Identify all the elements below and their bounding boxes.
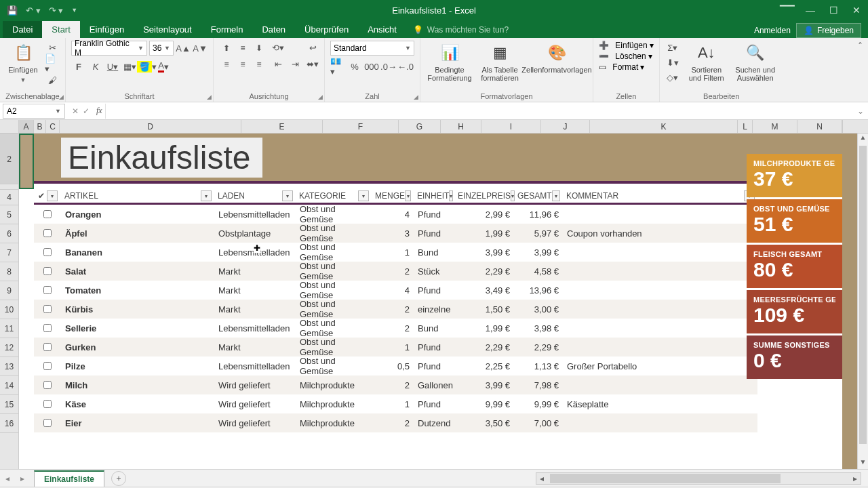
cell-laden[interactable]: Markt: [214, 281, 296, 300]
cell-artikel[interactable]: Milch: [61, 375, 214, 394]
cell-einheit[interactable]: einzelne: [414, 300, 454, 319]
cell-artikel[interactable]: Kürbis: [61, 300, 214, 319]
redo-icon[interactable]: ↷ ▾: [49, 5, 64, 16]
cell-gesamt[interactable]: 3,98 €: [514, 319, 563, 338]
table-row[interactable]: TomatenMarktObst und Gemüse4Pfund3,49 €1…: [34, 281, 757, 300]
maximize-icon[interactable]: ☐: [822, 0, 845, 20]
accounting-icon[interactable]: 💶▾: [330, 60, 345, 73]
align-center-icon[interactable]: ≡: [235, 57, 250, 72]
cell-einheit[interactable]: Pfund: [414, 357, 454, 375]
tab-einfügen[interactable]: Einfügen: [80, 21, 134, 38]
cell-menge[interactable]: 1: [372, 394, 414, 413]
cell-kommentar[interactable]: [563, 300, 757, 319]
row-header-16[interactable]: 16: [0, 414, 18, 433]
cell-kategorie[interactable]: Obst und Gemüse: [296, 262, 372, 281]
table-row[interactable]: EierWird geliefertMilchprodukte2Dutzend3…: [34, 413, 757, 432]
align-middle-icon[interactable]: ≡: [235, 41, 250, 56]
tab-nav-prev-icon[interactable]: ◂: [0, 474, 15, 483]
cell-laden[interactable]: Lebensmittelladen: [214, 243, 296, 262]
decrease-decimal-icon[interactable]: ←.0: [398, 60, 413, 73]
scroll-down-icon[interactable]: ▼: [858, 458, 868, 469]
cell-menge[interactable]: 2: [372, 375, 414, 394]
done-checkbox[interactable]: [34, 319, 61, 338]
done-checkbox[interactable]: [34, 357, 61, 375]
cell-einheit[interactable]: Pfund: [414, 205, 454, 224]
cell-einzelpreis[interactable]: 2,25 €: [454, 357, 514, 375]
cell-laden[interactable]: Markt: [214, 300, 296, 319]
cell-kommentar[interactable]: [563, 205, 757, 224]
save-icon[interactable]: 💾: [7, 5, 18, 16]
tab-daten[interactable]: Daten: [252, 21, 295, 38]
cell-kategorie[interactable]: Milchprodukte: [296, 375, 372, 394]
done-checkbox[interactable]: [34, 224, 61, 243]
col-header-B[interactable]: B: [34, 120, 46, 133]
col-header-H[interactable]: H: [441, 120, 481, 133]
cell-menge[interactable]: 2: [372, 300, 414, 319]
row-header-12[interactable]: 12: [0, 338, 18, 357]
cell-gesamt[interactable]: 3,99 €: [514, 243, 563, 262]
format-painter-icon[interactable]: 🖌: [45, 73, 60, 87]
row-header-13[interactable]: 13: [0, 357, 18, 376]
enter-formula-icon[interactable]: ✓: [83, 106, 90, 116]
cell-menge[interactable]: 3: [372, 224, 414, 243]
done-checkbox[interactable]: [34, 262, 61, 281]
vertical-scrollbar[interactable]: ▲ ▼: [857, 134, 868, 469]
font-size-select[interactable]: 36▼: [149, 41, 174, 56]
align-right-icon[interactable]: ≡: [252, 57, 267, 72]
expand-formula-icon[interactable]: ⌄: [853, 106, 868, 116]
fx-icon[interactable]: fx: [94, 106, 105, 116]
cell-laden[interactable]: Markt: [214, 262, 296, 281]
borders-icon[interactable]: ▦▾: [122, 60, 137, 73]
done-checkbox[interactable]: [34, 413, 61, 432]
cell-einheit[interactable]: Pfund: [414, 224, 454, 243]
row-header-14[interactable]: 14: [0, 376, 18, 395]
scroll-up-icon[interactable]: ▲: [858, 134, 868, 144]
cell-kategorie[interactable]: Obst und Gemüse: [296, 224, 372, 243]
col-header-J[interactable]: J: [541, 120, 590, 133]
increase-indent-icon[interactable]: ⇥: [288, 57, 302, 70]
done-checkbox[interactable]: [34, 300, 61, 319]
row-header-9[interactable]: 9: [0, 281, 18, 300]
cell-laden[interactable]: Wird geliefert: [214, 375, 296, 394]
wrap-text-icon[interactable]: ↩: [307, 41, 319, 54]
cell-kategorie[interactable]: Obst und Gemüse: [296, 319, 372, 338]
cell-einzelpreis[interactable]: 3,50 €: [454, 413, 514, 432]
col-header-I[interactable]: I: [481, 120, 541, 133]
table-row[interactable]: KäseWird geliefertMilchprodukte1Pfund9,9…: [34, 394, 757, 413]
cell-kategorie[interactable]: Obst und Gemüse: [296, 243, 372, 262]
cell-artikel[interactable]: Salat: [61, 262, 214, 281]
col-header-G[interactable]: G: [399, 120, 441, 133]
undo-icon[interactable]: ↶ ▾: [26, 5, 41, 16]
col-header-C[interactable]: C: [46, 120, 60, 133]
row-header-8[interactable]: 8: [0, 262, 18, 281]
row-header-11[interactable]: 11: [0, 319, 18, 338]
number-launcher-icon[interactable]: ◢: [414, 94, 418, 100]
done-checkbox[interactable]: [34, 281, 61, 300]
filter-icon[interactable]: ▾: [449, 190, 453, 201]
cell-gesamt[interactable]: 2,29 €: [514, 338, 563, 357]
cell-einzelpreis[interactable]: 2,99 €: [454, 205, 514, 224]
cell-artikel[interactable]: Orangen: [61, 205, 214, 224]
font-color-icon[interactable]: A▾: [156, 60, 171, 73]
clear-icon[interactable]: ◇▾: [665, 70, 680, 84]
cell-einzelpreis[interactable]: 1,99 €: [454, 224, 514, 243]
cell-menge[interactable]: 0,5: [372, 357, 414, 375]
cell-artikel[interactable]: Pilze: [61, 357, 214, 375]
add-sheet-icon[interactable]: +: [111, 471, 126, 486]
tab-start[interactable]: Start: [42, 21, 79, 38]
cell-kommentar[interactable]: Coupon vorhanden: [563, 224, 757, 243]
comma-icon[interactable]: 000: [364, 60, 379, 73]
minimize-icon[interactable]: —: [799, 0, 822, 20]
row-header-15[interactable]: 15: [0, 395, 18, 414]
row-header-7[interactable]: 7: [0, 243, 18, 262]
cell-kommentar[interactable]: [563, 243, 757, 262]
cell-kommentar[interactable]: [563, 338, 757, 357]
tellme-search[interactable]: 💡 Was möchten Sie tun?: [406, 22, 515, 38]
fill-color-icon[interactable]: 🪣▾: [139, 60, 154, 73]
cell-menge[interactable]: 2: [372, 413, 414, 432]
row-header-2[interactable]: 2: [0, 134, 18, 184]
table-row[interactable]: SalatMarktObst und Gemüse2Stück2,29 €4,5…: [34, 262, 757, 281]
cell-gesamt[interactable]: 13,96 €: [514, 281, 563, 300]
number-format-select[interactable]: Standard▼: [330, 41, 414, 56]
cell-gesamt[interactable]: 11,96 €: [514, 205, 563, 224]
